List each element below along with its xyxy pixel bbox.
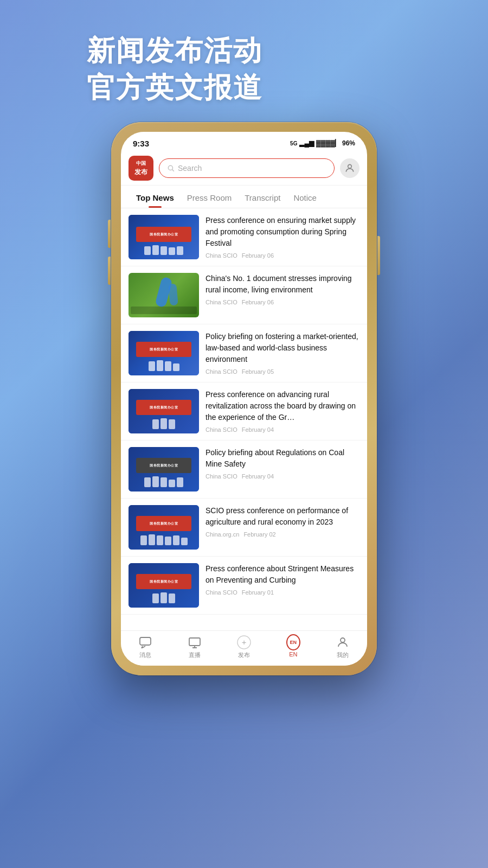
live-icon xyxy=(188,635,202,649)
news-meta: China SCIO February 05 xyxy=(206,368,359,375)
news-title: China's No. 1 document stresses improvin… xyxy=(206,273,359,296)
news-meta: China SCIO February 04 xyxy=(206,473,359,480)
svg-point-0 xyxy=(168,166,172,170)
news-source: China SCIO xyxy=(206,589,237,596)
en-icon: EN xyxy=(286,635,300,649)
news-title: Policy briefing about Regulations on Coa… xyxy=(206,447,359,470)
news-date: February 04 xyxy=(242,426,274,433)
tab-notice[interactable]: Notice xyxy=(287,191,323,208)
search-bar[interactable]: Search xyxy=(159,158,335,178)
news-source: China SCIO xyxy=(206,299,237,305)
news-thumbnail: 国务院新闻办公室 xyxy=(129,505,199,550)
phone-frame: 9:33 5G ▂▄▆ ▓▓▓▓▏ 96% 中国 发布 xyxy=(111,122,377,675)
news-source: China SCIO xyxy=(206,252,237,259)
news-thumbnail: 国务院新闻办公室 xyxy=(129,389,199,433)
hero-title-line1: 新闻发布活动 xyxy=(87,33,401,69)
news-item[interactable]: 国务院新闻办公室 xyxy=(121,208,367,266)
news-thumbnail: 国务院新闻办公室 xyxy=(129,331,199,375)
battery-percent: 96% xyxy=(342,139,355,147)
news-title: Policy briefing on fostering a market-or… xyxy=(206,331,359,365)
news-meta: China.org.cn February 02 xyxy=(206,531,359,538)
news-item[interactable]: China's No. 1 document stresses improvin… xyxy=(121,266,367,324)
nav-profile[interactable]: 我的 xyxy=(318,635,367,659)
status-right: 5G ▂▄▆ ▓▓▓▓▏ 96% xyxy=(290,139,355,147)
battery-icon: ▓▓▓▓▏ xyxy=(316,139,340,147)
power-button[interactable] xyxy=(377,236,380,275)
news-list[interactable]: 国务院新闻办公室 xyxy=(121,208,367,630)
news-title: SCIO press conference on performance of … xyxy=(206,505,359,528)
signal-icon: 5G xyxy=(290,141,297,146)
news-title: Press conference on ensuring market supp… xyxy=(206,215,359,249)
tab-top-news[interactable]: Top News xyxy=(130,191,181,208)
news-date: February 06 xyxy=(242,252,274,259)
news-date: February 04 xyxy=(242,473,274,480)
news-date: February 06 xyxy=(242,299,274,305)
news-thumbnail: 国务院新闻办公室 xyxy=(129,447,199,492)
tab-transcript[interactable]: Transcript xyxy=(238,191,287,208)
news-item[interactable]: 国务院新闻办公室 Press conference on advancing r… xyxy=(121,382,367,441)
phone-screen: 9:33 5G ▂▄▆ ▓▓▓▓▏ 96% 中国 发布 xyxy=(121,132,367,666)
status-bar: 9:33 5G ▂▄▆ ▓▓▓▓▏ 96% xyxy=(121,132,367,152)
news-date: February 01 xyxy=(242,589,274,596)
search-icon xyxy=(167,164,175,172)
app-logo: 中国 发布 xyxy=(129,156,153,181)
logo-top-text: 中国 xyxy=(136,160,146,167)
nav-profile-label: 我的 xyxy=(337,651,349,659)
nav-publish-label: 发布 xyxy=(238,651,250,659)
app-header: 中国 发布 Search xyxy=(121,152,367,186)
news-item[interactable]: 国务院新闻办公室 xyxy=(121,499,367,557)
news-thumbnail xyxy=(129,273,199,317)
news-meta: China SCIO February 01 xyxy=(206,589,359,596)
news-content: Press conference about Stringent Measure… xyxy=(206,563,359,596)
news-date: February 05 xyxy=(242,368,274,375)
news-source: China.org.cn xyxy=(206,531,239,538)
svg-rect-4 xyxy=(189,638,200,646)
user-icon xyxy=(344,163,355,174)
profile-icon xyxy=(336,635,350,649)
news-title: Press conference on advancing rural revi… xyxy=(206,389,359,423)
volume-up-button[interactable] xyxy=(108,220,111,248)
svg-line-1 xyxy=(172,170,174,171)
phone-content: 中国 发布 Search xyxy=(121,152,367,666)
tab-press-room[interactable]: Press Room xyxy=(181,191,239,208)
bottom-nav: 消息 直播 + xyxy=(121,630,367,666)
svg-point-2 xyxy=(348,165,352,169)
nav-messages[interactable]: 消息 xyxy=(121,635,170,659)
news-meta: China SCIO February 06 xyxy=(206,252,359,259)
news-source: China SCIO xyxy=(206,368,237,375)
hero-section: 新闻发布活动 官方英文报道 xyxy=(87,33,401,106)
nav-publish[interactable]: + 发布 xyxy=(220,635,269,659)
publish-icon: + xyxy=(237,635,251,649)
svg-point-7 xyxy=(341,638,345,642)
logo-bottom-text: 发布 xyxy=(134,168,147,177)
news-source: China SCIO xyxy=(206,426,237,433)
news-meta: China SCIO February 04 xyxy=(206,426,359,433)
news-thumbnail: 国务院新闻办公室 xyxy=(129,563,199,608)
news-item[interactable]: 国务院新闻办公室 Press conference about Stringen… xyxy=(121,557,367,615)
volume-down-button[interactable] xyxy=(108,257,111,285)
nav-en-label: EN xyxy=(289,651,297,658)
svg-text:+: + xyxy=(242,638,247,647)
nav-tabs: Top News Press Room Transcript Notice xyxy=(121,186,367,208)
nav-en[interactable]: EN EN xyxy=(268,635,318,659)
news-meta: China SCIO February 06 xyxy=(206,299,359,305)
news-content: Press conference on advancing rural revi… xyxy=(206,389,359,433)
avatar-button[interactable] xyxy=(340,158,359,178)
news-thumbnail: 国务院新闻办公室 xyxy=(129,215,199,259)
news-content: China's No. 1 document stresses improvin… xyxy=(206,273,359,305)
news-content: SCIO press conference on performance of … xyxy=(206,505,359,538)
news-content: Policy briefing on fostering a market-or… xyxy=(206,331,359,375)
news-content: Press conference on ensuring market supp… xyxy=(206,215,359,259)
messages-icon xyxy=(138,635,152,649)
news-date: February 02 xyxy=(243,531,275,538)
status-time: 9:33 xyxy=(133,139,149,148)
news-item[interactable]: 国务院新闻办公室 xyxy=(121,441,367,499)
news-source: China SCIO xyxy=(206,473,237,480)
nav-messages-label: 消息 xyxy=(139,651,151,659)
news-title: Press conference about Stringent Measure… xyxy=(206,563,359,586)
nav-live[interactable]: 直播 xyxy=(170,635,220,659)
nav-live-label: 直播 xyxy=(189,651,201,659)
hero-title-line2: 官方英文报道 xyxy=(87,69,401,106)
news-item[interactable]: 国务院新闻办公室 Policy briefing on xyxy=(121,324,367,382)
news-content: Policy briefing about Regulations on Coa… xyxy=(206,447,359,480)
